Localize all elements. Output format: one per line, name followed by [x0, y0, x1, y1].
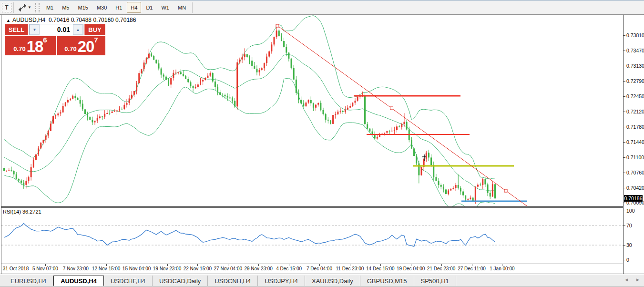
tab-scroll-left-icon[interactable]: ◄ [624, 277, 629, 282]
rsi-chart-svg[interactable] [1, 208, 623, 264]
rsi-tick-mark [624, 226, 625, 226]
timeframe-button-d1[interactable]: D1 [142, 2, 156, 13]
rsi-tick-mark [624, 260, 625, 260]
sell-price-point: 6 [43, 37, 47, 43]
tab-xauusd-daily[interactable]: XAUUSD,Daily [305, 276, 360, 286]
toolbar-separator [13, 2, 14, 13]
chevron-down-icon: ▼ [28, 5, 31, 10]
volume-input[interactable]: 0.01 [40, 24, 73, 35]
rsi-tick-label: 0 [626, 257, 629, 263]
price-tick-mark [624, 173, 625, 173]
toolbar: T ▼ M1M5M15M30H1H4D1W1MN [0, 0, 644, 15]
price-tick-label: 0.71780 [626, 124, 644, 130]
sell-button[interactable]: SELL [5, 24, 28, 35]
timeframe-button-m30[interactable]: M30 [93, 2, 111, 13]
toolbar-separator [192, 2, 193, 13]
time-tick-label: 19 Nov 23:00 [153, 266, 182, 271]
price-tick-label: 0.70760 [626, 170, 644, 175]
trendline-handle-0 [276, 24, 279, 27]
price-tick-label: 0.72450 [626, 93, 644, 99]
time-tick-label: 29 Nov 23:00 [244, 266, 273, 271]
tab-sp500-h1[interactable]: SP500,H1 [414, 276, 456, 286]
buy-button[interactable]: BUY [84, 24, 105, 35]
time-tick-label: 27 Dec 11:00 [458, 266, 486, 271]
rsi-line [4, 224, 495, 247]
timeframe-button-w1[interactable]: W1 [157, 2, 173, 13]
toolbar-grip[interactable] [35, 3, 40, 12]
price-tick-mark [624, 81, 625, 82]
sell-price-pips: 18 [27, 40, 43, 54]
volume-increase-button[interactable]: ▲ [73, 24, 83, 35]
price-tick-mark [624, 96, 625, 97]
time-tick-label: 5 Nov 07:00 [32, 266, 58, 271]
price-tick-label: 0.70090 [626, 200, 644, 205]
timeframe-toolbar: M1M5M15M30H1H4D1W1MN [42, 2, 190, 13]
timeframe-button-m15[interactable]: M15 [74, 2, 92, 13]
timeframe-button-m5[interactable]: M5 [58, 2, 73, 13]
timeframe-button-mn[interactable]: MN [174, 2, 190, 13]
price-tick-mark [624, 203, 625, 203]
time-tick-label: 4 Dec 15:00 [276, 266, 302, 271]
price-tick-mark [624, 35, 625, 36]
price-tick-mark [624, 127, 625, 127]
buy-price-point: 7 [94, 37, 98, 43]
timeframe-button-h4[interactable]: H4 [127, 2, 141, 13]
volume-decrease-button[interactable]: ▼ [30, 24, 40, 35]
mt4-terminal: T ▼ M1M5M15M30H1H4D1W1MN ▲AUDUSD,H4 0.70… [0, 0, 644, 287]
sell-price-display[interactable]: 0.70 18 6 [5, 36, 56, 55]
buy-price-display[interactable]: 0.70 20 7 [57, 36, 105, 55]
buy-price-pips: 20 [78, 40, 94, 54]
price-tick-mark [624, 51, 625, 51]
rsi-indicator-label: RSI(14) 36.2721 [3, 209, 41, 215]
collapse-triangle-icon[interactable]: ▲ [6, 18, 10, 23]
chart-window: ▲AUDUSD,H4 0.70416 0.70488 0.70160 0.701… [1, 15, 643, 274]
price-axis[interactable]: 0.70186 0.738100.734700.731300.727900.72… [623, 15, 643, 274]
price-tick-label: 0.73810 [626, 32, 644, 38]
time-tick-label: 27 Nov 04:00 [214, 266, 243, 271]
price-tick-mark [624, 188, 625, 188]
rsi-tick-mark [624, 211, 625, 211]
tab-audusd-h4[interactable]: AUDUSD,H4 [53, 276, 104, 286]
tab-usdchf-h4[interactable]: USDCHF,H4 [104, 276, 153, 286]
time-tick-label: 7 Dec 04:00 [307, 266, 332, 271]
symbol-period-label: AUDUSD,H4 [12, 17, 45, 23]
time-tick-label: 19 Dec 04:00 [397, 266, 425, 271]
rsi-pane[interactable] [1, 208, 623, 264]
price-tick-label: 0.71440 [626, 139, 644, 145]
price-tick-mark [624, 157, 625, 158]
time-tick-label: 1 Jan 00:00 [490, 266, 514, 271]
time-tick-label: 11 Dec 23:00 [336, 266, 364, 271]
tab-gbpusd-m15[interactable]: GBPUSD,M15 [360, 276, 414, 286]
timeframe-button-h1[interactable]: H1 [112, 2, 126, 13]
sell-price-prefix: 0.70 [13, 44, 25, 54]
chart-tabs: EURUSD,H4AUDUSD,H4USDCHF,H4USDCAD,DailyU… [4, 276, 456, 286]
arrows-tool-button[interactable]: ▼ [16, 2, 34, 13]
time-tick-label: 15 Nov 04:00 [123, 266, 151, 271]
price-tick-label: 0.70420 [626, 185, 644, 191]
price-tick-mark [624, 112, 625, 112]
tab-scroll-right-icon[interactable]: ► [635, 277, 640, 282]
chart-tab-bar: EURUSD,H4AUDUSD,H4USDCHF,H4USDCAD,DailyU… [0, 274, 644, 287]
buy-price-prefix: 0.70 [64, 44, 76, 54]
diagonal-arrows-icon [19, 4, 26, 11]
ohlc-values: 0.70416 0.70488 0.70160 0.70186 [49, 17, 136, 23]
tab-usdcnh-h4[interactable]: USDCNH,H4 [208, 276, 258, 286]
price-tick-mark [624, 66, 625, 66]
time-axis[interactable]: 31 Oct 20185 Nov 07:007 Nov 23:0012 Nov … [1, 264, 623, 274]
trendline [277, 26, 527, 206]
timeframe-button-m1[interactable]: M1 [42, 2, 57, 13]
tab-scroll-nav: ◄ ► [624, 277, 640, 282]
rsi-tick-mark [624, 245, 625, 246]
time-tick-label: 7 Nov 23:00 [63, 266, 89, 271]
time-tick-label: 14 Dec 15:00 [366, 266, 395, 271]
time-tick-label: 12 Nov 15:00 [92, 266, 121, 271]
tab-eurusd-h4[interactable]: EURUSD,H4 [4, 276, 53, 286]
volume-stepper: ▼ 0.01 ▲ [29, 24, 83, 35]
tab-usdjpy-h4[interactable]: USDJPY,H4 [258, 276, 305, 286]
chart-title: ▲AUDUSD,H4 0.70416 0.70488 0.70160 0.701… [6, 17, 136, 23]
price-tick-label: 0.72120 [626, 109, 644, 114]
trendline-handle-2 [504, 189, 507, 192]
price-tick-label: 0.71100 [626, 154, 644, 160]
text-tool-button[interactable]: T [2, 3, 11, 12]
tab-usdcad-daily[interactable]: USDCAD,Daily [153, 276, 208, 286]
